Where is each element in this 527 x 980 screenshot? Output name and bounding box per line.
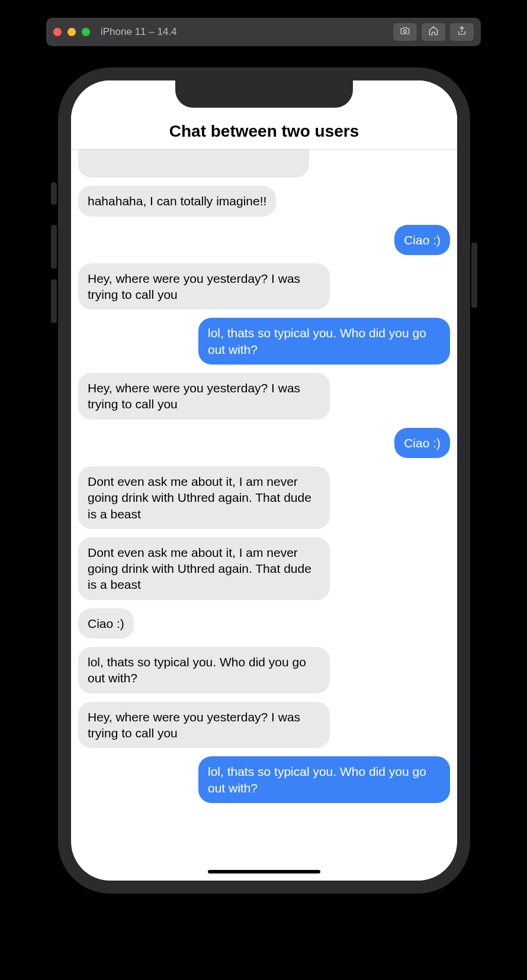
simulator-actions xyxy=(393,23,474,41)
received-message-bubble[interactable]: Dont even ask me about it, I am never go… xyxy=(78,537,330,600)
message-row: Hey, where were you yesterday? I was try… xyxy=(78,373,450,420)
home-icon xyxy=(428,25,439,38)
device-frame: Chat between two users hahahaha, I can t… xyxy=(57,66,471,895)
message-row: Dont even ask me about it, I am never go… xyxy=(78,466,450,529)
share-button[interactable] xyxy=(450,23,474,41)
received-message-bubble[interactable]: hahahaha, I can totally imagine!! xyxy=(78,186,276,216)
page-title: Chat between two users xyxy=(71,122,457,141)
message-row xyxy=(78,154,450,178)
chat-app: Chat between two users hahahaha, I can t… xyxy=(71,80,457,881)
message-row: lol, thats so typical you. Who did you g… xyxy=(78,647,450,694)
sent-message-bubble[interactable]: lol, thats so typical you. Who did you g… xyxy=(198,318,450,365)
message-row: Dont even ask me about it, I am never go… xyxy=(78,537,450,600)
volume-down-button[interactable] xyxy=(51,279,57,323)
received-message-bubble[interactable]: Hey, where were you yesterday? I was try… xyxy=(78,702,330,749)
share-icon xyxy=(457,25,467,38)
simulator-title: iPhone 11 – 14.4 xyxy=(101,26,177,38)
message-row: Ciao :) xyxy=(78,225,450,255)
sent-message-bubble[interactable]: lol, thats so typical you. Who did you g… xyxy=(198,756,450,803)
message-row: lol, thats so typical you. Who did you g… xyxy=(78,756,450,803)
svg-point-0 xyxy=(404,30,407,33)
camera-icon xyxy=(400,25,410,38)
message-list[interactable]: hahahaha, I can totally imagine!!Ciao :)… xyxy=(71,150,457,881)
device-screen: Chat between two users hahahaha, I can t… xyxy=(71,80,457,881)
message-row: Ciao :) xyxy=(78,428,450,458)
device-notch xyxy=(175,80,353,108)
message-row: lol, thats so typical you. Who did you g… xyxy=(78,318,450,365)
received-message-bubble[interactable]: Hey, where were you yesterday? I was try… xyxy=(78,263,330,310)
received-message-bubble[interactable] xyxy=(78,150,309,178)
received-message-bubble[interactable]: Ciao :) xyxy=(78,608,134,639)
message-row: hahahaha, I can totally imagine!! xyxy=(78,186,450,216)
window-traffic-lights xyxy=(53,28,90,36)
message-row: Hey, where were you yesterday? I was try… xyxy=(78,263,450,310)
message-row: Ciao :) xyxy=(78,608,450,639)
zoom-window-button[interactable] xyxy=(82,28,90,36)
volume-up-button[interactable] xyxy=(51,225,57,269)
simulator-titlebar: iPhone 11 – 14.4 xyxy=(46,18,481,46)
received-message-bubble[interactable]: Hey, where were you yesterday? I was try… xyxy=(78,373,330,420)
minimize-window-button[interactable] xyxy=(68,28,76,36)
ring-silent-switch[interactable] xyxy=(51,182,57,205)
home-indicator[interactable] xyxy=(208,870,320,873)
close-window-button[interactable] xyxy=(53,28,62,36)
sent-message-bubble[interactable]: Ciao :) xyxy=(394,428,450,458)
sent-message-bubble[interactable]: Ciao :) xyxy=(394,225,450,255)
received-message-bubble[interactable]: Dont even ask me about it, I am never go… xyxy=(78,466,330,529)
side-power-button[interactable] xyxy=(471,243,477,308)
message-row: Hey, where were you yesterday? I was try… xyxy=(78,702,450,749)
screenshot-button[interactable] xyxy=(393,23,417,41)
home-button[interactable] xyxy=(422,23,445,41)
received-message-bubble[interactable]: lol, thats so typical you. Who did you g… xyxy=(78,647,330,694)
